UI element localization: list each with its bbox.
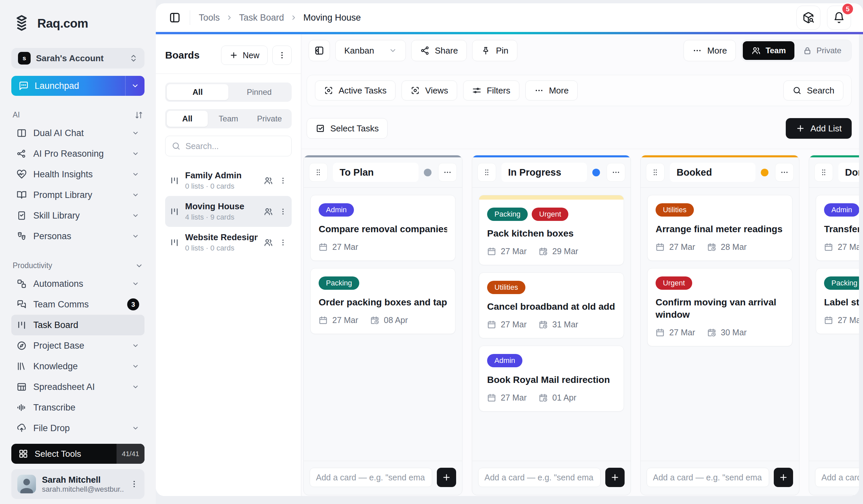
task-card[interactable]: Admin Book Royal Mail redirection 27 Mar… — [479, 346, 624, 412]
board-menu-button[interactable] — [279, 238, 287, 246]
sidebar-item-dual-ai-chat[interactable]: Dual AI Chat — [11, 123, 145, 143]
chevron-down-icon — [132, 425, 139, 432]
user-menu-button[interactable] — [130, 480, 138, 488]
sidebar: Raq.com s Sarah's Account Launchpad AI — [0, 0, 156, 504]
add-card-button[interactable] — [437, 468, 456, 487]
sidebar-item-health-insights[interactable]: Health Insights — [11, 164, 145, 185]
panel-left-toggle-button[interactable] — [168, 11, 181, 24]
scan-icon — [411, 86, 420, 95]
active-tasks-filter-button[interactable]: Active Tasks — [315, 80, 396, 101]
drag-handle[interactable] — [477, 163, 496, 182]
select-tools-button[interactable]: Select Tools 41/41 — [11, 444, 145, 464]
board-row-family-admin[interactable]: Family Admin 0 lists · 0 cards — [165, 165, 292, 196]
launchpad-expand-button[interactable] — [125, 76, 145, 96]
visibility-private-option[interactable]: Private — [795, 41, 850, 60]
app-name: Raq.com — [37, 17, 88, 30]
column-menu-button[interactable] — [606, 163, 625, 182]
add-list-button[interactable]: Add List — [786, 118, 852, 139]
user-card[interactable]: Sarah Mitchell sarah.mitchell@westbur... — [11, 469, 145, 499]
add-card-input[interactable] — [478, 468, 601, 487]
boards-search-input[interactable] — [186, 141, 285, 151]
tag-badge: Utilities — [487, 281, 525, 294]
board-search-button[interactable]: Search — [784, 80, 843, 101]
filters-more-button[interactable]: More — [525, 80, 578, 101]
column-menu-button[interactable] — [775, 163, 794, 182]
new-board-button[interactable]: New — [221, 46, 268, 65]
column-title[interactable]: To Plan — [333, 163, 418, 182]
sidebar-item-ai-pro-reasoning[interactable]: AI Pro Reasoning — [11, 143, 145, 164]
tab-pinned[interactable]: Pinned — [228, 84, 290, 100]
board-row-website-redesign[interactable]: Website Redesign Ta... 0 lists · 0 cards — [165, 227, 292, 258]
productivity-section-header[interactable]: Productivity — [13, 261, 143, 270]
add-card-button[interactable] — [605, 468, 625, 487]
scan-icon — [324, 86, 333, 95]
sort-arrows-icon[interactable] — [135, 111, 143, 119]
drag-handle[interactable] — [814, 163, 833, 182]
column-title[interactable]: Done — [838, 163, 859, 182]
sidebar-item-personas[interactable]: Personas — [11, 226, 145, 246]
sidebar-item-spreadsheet-ai[interactable]: Spreadsheet AI — [11, 377, 145, 397]
network-nodes-icon — [17, 149, 27, 159]
board-more-button[interactable]: More — [684, 40, 736, 61]
tab-scope-private[interactable]: Private — [249, 111, 290, 127]
launchpad-button[interactable]: Launchpad — [11, 76, 145, 96]
task-card[interactable]: Urgent Confirm moving van arrival window… — [647, 268, 792, 346]
table-icon — [17, 382, 27, 392]
user-avatar — [17, 475, 36, 493]
breadcrumb-tools[interactable]: Tools — [199, 13, 220, 23]
filters-button[interactable]: Filters — [463, 80, 520, 101]
search-icon — [792, 86, 802, 95]
drag-handle[interactable] — [309, 163, 328, 182]
unread-count-badge: 3 — [127, 298, 139, 310]
chevron-down-icon — [132, 150, 139, 157]
tab-scope-team[interactable]: Team — [208, 111, 249, 127]
select-tasks-button[interactable]: Select Tasks — [307, 118, 388, 139]
board-menu-button[interactable] — [279, 208, 287, 216]
task-card[interactable]: Utilities Arrange final meter readings 2… — [647, 195, 792, 261]
sidebar-item-transcribe[interactable]: Transcribe — [11, 397, 145, 418]
sidebar-item-skill-library[interactable]: Skill Library — [11, 205, 145, 226]
breadcrumb-task-board[interactable]: Task Board — [239, 13, 284, 23]
boards-menu-button[interactable] — [272, 46, 292, 65]
package-search-button[interactable] — [797, 6, 821, 30]
visibility-team-option[interactable]: Team — [743, 41, 795, 60]
task-card[interactable]: Utilities Cancel broadband at old addres… — [479, 272, 624, 338]
sidebar-item-file-drop[interactable]: File Drop — [11, 418, 145, 438]
due-date: 29 Mar — [552, 246, 578, 256]
sidebar-item-prompt-library[interactable]: Prompt Library — [11, 185, 145, 205]
pin-button[interactable]: Pin — [472, 40, 517, 61]
sidebar-item-task-board[interactable]: Task Board — [11, 315, 145, 335]
tab-all[interactable]: All — [167, 84, 228, 100]
board-menu-button[interactable] — [279, 177, 287, 185]
add-card-input[interactable] — [310, 468, 432, 487]
actions-row: Select Tasks Add List — [307, 118, 852, 139]
add-card-input[interactable] — [647, 468, 769, 487]
view-mode-select[interactable]: Kanban — [335, 40, 406, 61]
board-row-moving-house[interactable]: Moving House 4 lists · 9 cards — [165, 196, 292, 227]
task-card[interactable]: Packing Order packing boxes and tape 27 … — [310, 268, 455, 334]
sidebar-item-knowledge[interactable]: Knowledge — [11, 356, 145, 377]
drag-handle[interactable] — [646, 163, 665, 182]
task-card[interactable]: Packing Label stor 27 Mar — [816, 268, 859, 334]
add-card-button[interactable] — [774, 468, 793, 487]
sidebar-item-team-comms[interactable]: Team Comms 3 — [11, 294, 145, 315]
due-date: 08 Apr — [384, 315, 408, 325]
column-menu-button[interactable] — [438, 163, 457, 182]
task-card[interactable]: Admin Transfer c 27 Mar — [816, 195, 859, 261]
sidebar-item-project-base[interactable]: Project Base — [11, 335, 145, 356]
views-button[interactable]: Views — [401, 80, 457, 101]
cloud-upload-icon — [17, 423, 27, 433]
tab-scope-all[interactable]: All — [167, 111, 208, 127]
task-card[interactable]: Packing Urgent Pack kitchen boxes 27 Mar — [479, 195, 624, 265]
column-title[interactable]: In Progress — [501, 163, 587, 182]
divider — [190, 10, 190, 25]
column-title[interactable]: Booked — [670, 163, 755, 182]
panel-collapse-button[interactable] — [309, 40, 330, 61]
board-meta: 4 lists · 9 cards — [185, 213, 258, 222]
notifications-button[interactable]: 5 — [827, 6, 851, 30]
account-switcher[interactable]: s Sarah's Account — [11, 48, 145, 68]
task-card[interactable]: Admin Compare removal companies 27 Mar — [310, 195, 455, 261]
sidebar-item-automations[interactable]: Automations — [11, 273, 145, 294]
add-card-input[interactable] — [815, 468, 859, 487]
share-button[interactable]: Share — [411, 40, 467, 61]
